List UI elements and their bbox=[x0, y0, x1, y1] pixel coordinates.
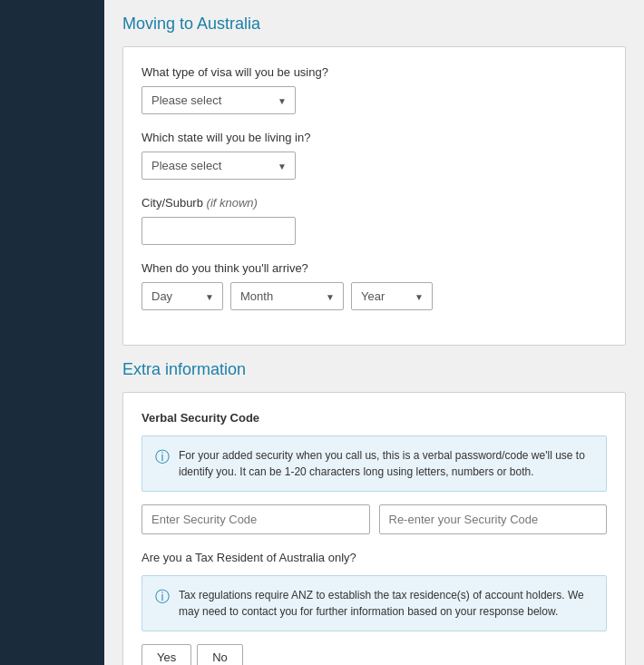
security-inputs bbox=[141, 504, 607, 534]
state-label: Which state will you be living in? bbox=[141, 131, 607, 144]
yes-button[interactable]: Yes bbox=[141, 644, 191, 665]
yes-no-group: Yes No bbox=[141, 644, 607, 665]
security-code-re-input[interactable] bbox=[379, 504, 608, 534]
main-content: Moving to Australia What type of visa wi… bbox=[104, 0, 644, 665]
tax-question-label: Are you a Tax Resident of Australia only… bbox=[141, 551, 607, 564]
verbal-info-text: For your added security when you call us… bbox=[179, 447, 593, 480]
month-select[interactable]: Month bbox=[230, 282, 344, 310]
state-field-group: Which state will you be living in? Pleas… bbox=[141, 131, 607, 180]
state-select-wrapper: Please select bbox=[141, 152, 296, 180]
arrive-field-group: When do you think you'll arrive? Day Mon… bbox=[141, 261, 607, 310]
verbal-code-group: Verbal Security Code ⓘ For your added se… bbox=[141, 411, 607, 534]
city-input[interactable] bbox=[141, 217, 296, 245]
sidebar bbox=[0, 0, 104, 665]
month-select-wrapper: Month bbox=[230, 282, 344, 310]
extra-section-title: Extra information bbox=[122, 360, 626, 379]
moving-section-title: Moving to Australia bbox=[122, 15, 626, 34]
year-select-wrapper: Year bbox=[351, 282, 433, 310]
visa-field-group: What type of visa will you be using? Ple… bbox=[141, 65, 607, 114]
no-button[interactable]: No bbox=[197, 644, 243, 665]
tax-info-text: Tax regulations require ANZ to establish… bbox=[179, 587, 593, 620]
city-field-group: City/Suburb (if known) bbox=[141, 196, 607, 245]
date-row: Day Month Year bbox=[141, 282, 607, 310]
year-select[interactable]: Year bbox=[351, 282, 433, 310]
visa-select[interactable]: Please select bbox=[141, 86, 296, 114]
verbal-code-label: Verbal Security Code bbox=[141, 411, 607, 425]
tax-field-group: Are you a Tax Resident of Australia only… bbox=[141, 551, 607, 665]
day-select-wrapper: Day bbox=[141, 282, 223, 310]
day-select[interactable]: Day bbox=[141, 282, 223, 310]
tax-info-box: ⓘ Tax regulations require ANZ to establi… bbox=[141, 575, 607, 631]
city-label: City/Suburb (if known) bbox=[141, 196, 607, 210]
info-icon: ⓘ bbox=[155, 448, 170, 467]
security-code-input[interactable] bbox=[141, 504, 370, 534]
visa-label: What type of visa will you be using? bbox=[141, 65, 607, 79]
tax-info-icon: ⓘ bbox=[155, 588, 170, 607]
verbal-info-box: ⓘ For your added security when you call … bbox=[141, 435, 607, 492]
arrive-label: When do you think you'll arrive? bbox=[141, 261, 607, 275]
moving-card: What type of visa will you be using? Ple… bbox=[122, 46, 626, 346]
state-select[interactable]: Please select bbox=[141, 152, 296, 180]
extra-card: Verbal Security Code ⓘ For your added se… bbox=[122, 392, 626, 665]
visa-select-wrapper: Please select bbox=[141, 86, 296, 114]
